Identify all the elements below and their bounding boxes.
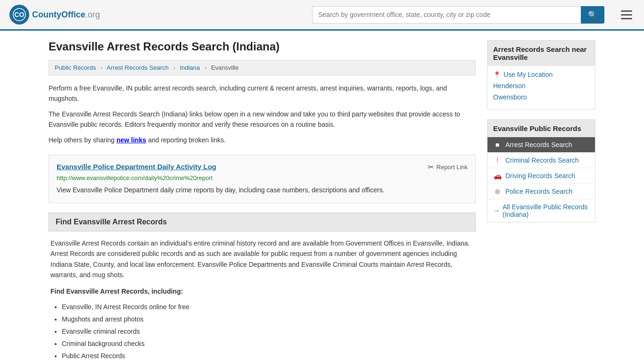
breadcrumb-evansville: Evansville bbox=[211, 64, 239, 71]
report-link-button[interactable]: ✂ Report Link bbox=[428, 163, 468, 172]
breadcrumb-sep-3: › bbox=[205, 64, 206, 71]
breadcrumb-public-records[interactable]: Public Records bbox=[55, 64, 96, 71]
site-header: CO CountyOffice.org 🔍 bbox=[0, 0, 644, 31]
arrest-records-icon: ■ bbox=[493, 141, 502, 148]
use-my-location-link[interactable]: Use My Location bbox=[504, 71, 553, 78]
owensboro-link[interactable]: Owensboro bbox=[493, 93, 589, 101]
logo-office: Office bbox=[61, 10, 85, 19]
logo-org: .org bbox=[85, 10, 100, 19]
sidebar-nearby-section: Arrest Records Search near Evansville 📍 … bbox=[487, 40, 595, 110]
owensboro-link-item: Owensboro bbox=[493, 93, 589, 101]
find-bullet-list: Evansville, IN Arrest Records online for… bbox=[50, 302, 474, 361]
sidebar-nav-driving-records[interactable]: 🚗 Driving Records Search bbox=[487, 168, 595, 184]
sidebar-nav-police-records[interactable]: ◎ Police Records Search bbox=[487, 184, 595, 199]
police-records-link[interactable]: Police Records Search bbox=[505, 188, 572, 195]
hamburger-line-3 bbox=[621, 18, 632, 19]
intro-para-3-before: Help others by sharing bbox=[49, 136, 116, 144]
police-records-icon: ◎ bbox=[493, 188, 502, 195]
list-item: Evansville criminal records bbox=[62, 327, 474, 337]
sidebar: Arrest Records Search near Evansville 📍 … bbox=[487, 40, 595, 362]
find-section-content: Evansville Arrest Records contain an ind… bbox=[49, 238, 476, 361]
search-button[interactable]: 🔍 bbox=[581, 6, 604, 24]
breadcrumb-indiana[interactable]: Indiana bbox=[180, 64, 200, 71]
list-item: Criminal background checks bbox=[62, 339, 474, 349]
main-container: Evansville Arrest Records Search (Indian… bbox=[39, 31, 605, 362]
search-input[interactable] bbox=[312, 6, 581, 24]
report-link-label: Report Link bbox=[437, 164, 468, 171]
content-area: Evansville Arrest Records Search (Indian… bbox=[49, 40, 476, 362]
criminal-records-link[interactable]: Criminal Records Search bbox=[505, 156, 579, 164]
sidebar-nav-criminal-records[interactable]: ! Criminal Records Search bbox=[487, 153, 595, 168]
logo-text: CountyOffice.org bbox=[32, 10, 100, 20]
sidebar-public-records-title: Evansville Public Records bbox=[487, 120, 595, 137]
link-card-header: Evansville Police Department Daily Activ… bbox=[57, 163, 468, 172]
criminal-records-icon: ! bbox=[493, 156, 502, 164]
logo-icon: CO bbox=[9, 5, 29, 25]
find-para-1: Evansville Arrest Records contain an ind… bbox=[50, 238, 474, 280]
all-records-link[interactable]: All Evansville Public Records (Indiana) bbox=[503, 203, 589, 218]
sidebar-nav-arrest-records[interactable]: ■ Arrest Records Search bbox=[487, 137, 595, 153]
hamburger-line-1 bbox=[621, 10, 632, 12]
link-url[interactable]: http://www.evansvillepolice.com/daily%20… bbox=[57, 174, 468, 181]
hamburger-line-2 bbox=[621, 14, 632, 16]
henderson-link[interactable]: Henderson bbox=[493, 82, 589, 90]
arrow-icon: → bbox=[493, 207, 500, 214]
breadcrumb-sep-2: › bbox=[173, 64, 175, 71]
sidebar-nearby-body: 📍 Use My Location Henderson Owensboro bbox=[487, 66, 595, 109]
intro-para-3: Help others by sharing new links and rep… bbox=[49, 135, 476, 145]
arrest-records-label: Arrest Records Search bbox=[505, 141, 572, 148]
henderson-link-item: Henderson bbox=[493, 82, 589, 90]
hamburger-menu-button[interactable] bbox=[619, 8, 635, 22]
location-pin-icon: 📍 bbox=[493, 71, 501, 78]
intro-para-3-after: and reporting broken links. bbox=[146, 136, 226, 144]
logo-brand: County bbox=[32, 10, 61, 19]
sidebar-public-records-section: Evansville Public Records ■ Arrest Recor… bbox=[487, 119, 595, 222]
link-card-title[interactable]: Evansville Police Department Daily Activ… bbox=[57, 163, 216, 171]
intro-para-1: Perform a free Evansville, IN public arr… bbox=[49, 83, 476, 104]
all-records-link-item[interactable]: → All Evansville Public Records (Indiana… bbox=[487, 199, 595, 222]
svg-text:CO: CO bbox=[15, 11, 25, 18]
find-bold-label: Find Evansville Arrest Records, includin… bbox=[50, 286, 474, 296]
breadcrumb: Public Records › Arrest Records Search ›… bbox=[49, 60, 476, 75]
find-section-header: Find Evansville Arrest Records bbox=[49, 213, 476, 231]
page-title: Evansville Arrest Records Search (Indian… bbox=[49, 40, 476, 53]
list-item: Public Arrest Records bbox=[62, 351, 474, 361]
list-item: Evansville, IN Arrest Records online for… bbox=[62, 302, 474, 312]
link-card: Evansville Police Department Daily Activ… bbox=[49, 155, 476, 203]
list-item: Mugshots and arrest photos bbox=[62, 314, 474, 324]
link-description: View Evansville Police Department daily … bbox=[57, 185, 468, 195]
use-my-location-item[interactable]: 📍 Use My Location bbox=[493, 71, 589, 78]
search-bar: 🔍 bbox=[312, 6, 604, 24]
search-icon: 🔍 bbox=[588, 11, 597, 19]
new-links-link[interactable]: new links bbox=[116, 136, 146, 144]
breadcrumb-arrest-records[interactable]: Arrest Records Search bbox=[107, 64, 169, 71]
scissors-icon: ✂ bbox=[428, 163, 434, 172]
driving-records-icon: 🚗 bbox=[493, 172, 502, 180]
intro-para-2: The Evansville Arrest Records Search (In… bbox=[49, 109, 476, 130]
sidebar-nearby-title: Arrest Records Search near Evansville bbox=[487, 41, 595, 66]
logo-link[interactable]: CO CountyOffice.org bbox=[9, 5, 100, 25]
driving-records-link[interactable]: Driving Records Search bbox=[505, 172, 575, 180]
breadcrumb-sep-1: › bbox=[100, 64, 102, 71]
